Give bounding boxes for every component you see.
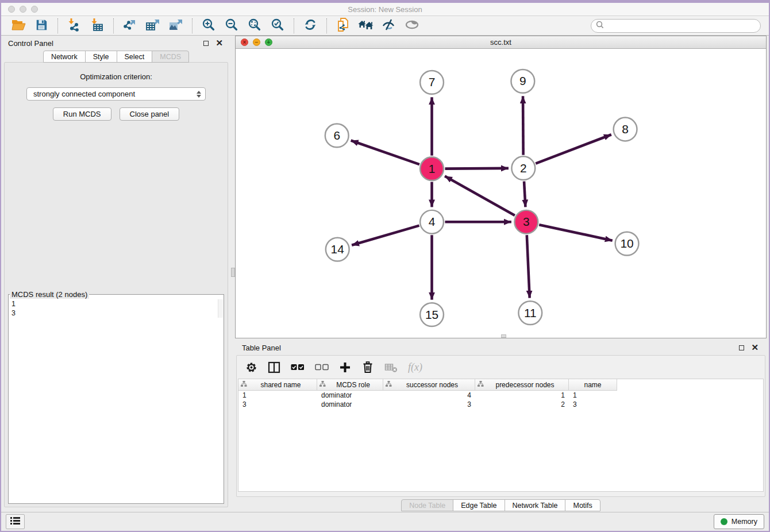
zoom-out-button[interactable] xyxy=(222,18,241,34)
gear-icon[interactable] xyxy=(245,361,257,373)
column-header-shared-name[interactable]: shared name xyxy=(238,379,317,390)
control-panel-header: Control Panel ✕ xyxy=(1,36,231,51)
show-all-button[interactable] xyxy=(403,18,421,34)
zoom-in-button[interactable] xyxy=(199,18,218,34)
node-label-10: 10 xyxy=(620,237,633,250)
mcds-result-box: MCDS result (2 nodes) 1 3 xyxy=(8,290,224,504)
splitter-handle-icon[interactable] xyxy=(231,268,235,277)
mcds-result-text: 1 3 xyxy=(9,299,224,318)
criterion-value: strongly connected component xyxy=(33,90,197,98)
panel-splitter[interactable] xyxy=(231,36,235,512)
import-table-button[interactable] xyxy=(88,18,106,34)
refresh-layout-button[interactable] xyxy=(301,18,319,34)
first-neighbors-button[interactable] xyxy=(357,18,375,34)
cell: 2 xyxy=(475,400,569,408)
mcds-result-title: MCDS result (2 nodes) xyxy=(10,290,89,299)
result-scrollbar[interactable] xyxy=(218,299,223,318)
edge-1-2[interactable] xyxy=(445,168,509,169)
deselect-all-columns-icon[interactable] xyxy=(315,364,329,371)
cell: 3 xyxy=(569,400,617,408)
export-table-button[interactable] xyxy=(144,18,162,34)
tab-motifs[interactable]: Motifs xyxy=(565,499,600,511)
criterion-select[interactable]: strongly connected component xyxy=(26,87,206,101)
node-table[interactable]: shared nameMCDS rolesuccessor nodesprede… xyxy=(238,379,764,492)
canvas-resize-handle[interactable] xyxy=(501,334,506,338)
right-column: × − + scc.txt 7968124314101511 Table Pan… xyxy=(235,36,769,512)
column-header-MCDS-role[interactable]: MCDS role xyxy=(317,379,383,390)
cell: 1 xyxy=(475,391,569,399)
toolbar-separator xyxy=(113,18,114,33)
float-panel-icon[interactable] xyxy=(203,41,209,46)
run-mcds-button[interactable]: Run MCDS xyxy=(53,107,111,121)
export-network-button[interactable] xyxy=(121,18,139,34)
main-area: Control Panel ✕ NetworkStyleSelectMCDS O… xyxy=(1,36,769,512)
float-table-panel-icon[interactable] xyxy=(739,345,744,350)
cell: 3 xyxy=(383,400,475,408)
tab-select[interactable]: Select xyxy=(117,51,153,63)
zoom-fit-button[interactable] xyxy=(245,18,264,34)
optimization-criterion-label: Optimization criterion: xyxy=(80,72,152,81)
edge-1-6[interactable] xyxy=(351,140,419,164)
edge-2-9[interactable] xyxy=(523,96,523,155)
edge-2-3[interactable] xyxy=(524,182,525,207)
zoom-selected-button[interactable] xyxy=(268,18,287,34)
table-row[interactable]: 3dominator323 xyxy=(238,400,763,409)
mcds-tab-content: Optimization criterion: strongly connect… xyxy=(4,62,228,507)
close-table-panel-icon[interactable]: ✕ xyxy=(751,345,759,350)
table-body: 1dominator4113dominator323 xyxy=(238,391,763,409)
function-builder-icon[interactable]: f(x) xyxy=(408,361,422,373)
floppy-disk-icon xyxy=(35,18,48,33)
open-folder-icon xyxy=(11,18,26,33)
tab-network[interactable]: Network xyxy=(43,51,86,63)
import-table-icon xyxy=(90,18,104,34)
tab-edge-table[interactable]: Edge Table xyxy=(453,499,505,511)
split-columns-icon[interactable] xyxy=(268,361,280,373)
close-panel-icon[interactable]: ✕ xyxy=(215,40,223,46)
control-panel-title: Control Panel xyxy=(8,39,197,48)
houses-icon xyxy=(358,18,374,33)
close-panel-button[interactable]: Close panel xyxy=(120,107,180,121)
memory-status-icon xyxy=(721,518,727,525)
export-image-icon xyxy=(168,18,183,34)
sort-hierarchy-icon xyxy=(241,381,247,389)
toolbar-separator xyxy=(57,18,58,33)
column-header-successor-nodes[interactable]: successor nodes xyxy=(383,379,475,390)
table-row[interactable]: 1dominator411 xyxy=(238,391,763,400)
save-session-button[interactable] xyxy=(32,18,51,34)
duplicate-network-button[interactable] xyxy=(334,18,352,34)
network-canvas[interactable]: 7968124314101511 xyxy=(236,49,766,338)
toolbar-separator xyxy=(192,18,192,33)
search-input[interactable] xyxy=(607,21,756,30)
tab-mcds[interactable]: MCDS xyxy=(152,51,189,63)
open-session-button[interactable] xyxy=(9,18,28,34)
node-label-8: 8 xyxy=(622,122,629,136)
export-table-icon xyxy=(145,18,160,34)
column-header-name[interactable]: name xyxy=(569,379,617,390)
delete-table-icon[interactable] xyxy=(384,361,398,373)
node-label-11: 11 xyxy=(524,306,537,319)
import-network-button[interactable] xyxy=(65,18,83,34)
zoom-in-icon xyxy=(202,18,215,34)
add-column-icon[interactable] xyxy=(339,361,351,373)
node-label-7: 7 xyxy=(429,75,436,88)
table-panel: Table Panel ✕ xyxy=(235,340,767,512)
export-image-button[interactable] xyxy=(167,18,185,34)
search-box[interactable] xyxy=(591,19,761,33)
column-header-predecessor-nodes[interactable]: predecessor nodes xyxy=(475,379,569,390)
tab-network-table[interactable]: Network Table xyxy=(505,499,566,511)
select-all-columns-icon[interactable] xyxy=(291,364,305,371)
tab-node-table[interactable]: Node Table xyxy=(401,499,453,511)
memory-button[interactable]: Memory xyxy=(714,514,764,529)
network-graph[interactable]: 7968124314101511 xyxy=(236,49,766,338)
toolbar-separator xyxy=(326,18,327,33)
hide-selected-button[interactable] xyxy=(380,18,398,34)
edge-4-14[interactable] xyxy=(352,226,419,245)
delete-column-icon[interactable] xyxy=(361,361,374,373)
edge-3-11[interactable] xyxy=(527,235,530,298)
edge-3-10[interactable] xyxy=(539,225,613,240)
edge-2-8[interactable] xyxy=(536,134,611,163)
task-history-button[interactable] xyxy=(6,514,25,529)
refresh-icon xyxy=(303,18,317,34)
edge-3-1[interactable] xyxy=(445,176,515,215)
tab-style[interactable]: Style xyxy=(85,51,117,63)
